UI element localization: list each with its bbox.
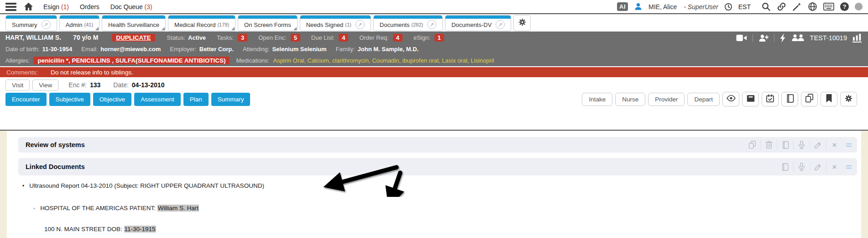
open-enc-badge[interactable]: Open Enc:5: [258, 34, 300, 42]
hamburger-menu-icon[interactable]: [5, 3, 16, 11]
ai-badge[interactable]: AI: [617, 2, 628, 11]
note-panel: Review of systems × Linked Documents: [7, 131, 861, 238]
depart-button[interactable]: Depart: [687, 93, 720, 106]
home-icon[interactable]: [24, 2, 33, 11]
view-button[interactable]: View: [32, 79, 58, 91]
tab-health-surveillance[interactable]: Health Surveillance: [102, 15, 166, 31]
preview-button[interactable]: [722, 92, 739, 106]
copy-icon[interactable]: [744, 140, 760, 150]
encounter-nav-bar: Encounter Subjective Objective Assessmen…: [0, 91, 868, 110]
copy-chart-button[interactable]: [801, 92, 818, 106]
section-review-of-systems[interactable]: Review of systems ×: [18, 137, 857, 153]
medications-label: Medications:: [236, 57, 269, 64]
section-title: Review of systems: [26, 141, 85, 148]
tab-needs-signed[interactable]: Needs Signed (1) ↗: [300, 15, 371, 31]
menu-item-doc-queue[interactable]: Doc Queue (3): [110, 3, 152, 11]
tab-settings-button[interactable]: [513, 15, 531, 31]
duplicate-flag[interactable]: DUPLICATE: [112, 34, 155, 42]
tab-count: (179): [217, 22, 229, 27]
microphone-icon[interactable]: [793, 140, 810, 150]
help-icon[interactable]: ?: [840, 2, 849, 11]
clock-icon[interactable]: [724, 3, 732, 11]
tab-admin[interactable]: Admin (41): [59, 15, 99, 31]
globe-icon[interactable]: [808, 2, 817, 11]
user-icon[interactable]: [634, 2, 643, 11]
comments-text: Do not release info to siblings.: [51, 69, 133, 76]
chart-tab-row: Summary ↗ Admin (41) Health Surveillance…: [0, 15, 868, 32]
nurse-button[interactable]: Nurse: [615, 93, 645, 106]
edit-pencil-icon[interactable]: [810, 140, 826, 150]
visit-button[interactable]: Visit: [5, 79, 30, 91]
tab-count: (41): [84, 22, 93, 27]
section-linked-documents[interactable]: Linked Documents ×: [18, 158, 857, 175]
tab-count: (1): [345, 22, 351, 27]
wand-icon[interactable]: [792, 2, 802, 11]
document-detail-line: 100 N. MAIN STREET DOB: 11-30-1915: [44, 225, 156, 234]
due-list-badge[interactable]: Due List:4: [311, 34, 349, 42]
menu-item-orders[interactable]: Orders: [80, 3, 99, 11]
schedule-button[interactable]: [762, 92, 779, 106]
bullet-icon: ◦: [33, 205, 35, 212]
chart-book-button[interactable]: [781, 92, 798, 106]
close-icon[interactable]: ×: [826, 140, 842, 150]
esign-count: (1): [61, 3, 69, 11]
document-title[interactable]: Ultrasound Report 04-13-2010 (Subject: R…: [29, 182, 264, 189]
people-icon[interactable]: [792, 34, 805, 42]
book-icon[interactable]: [777, 162, 793, 172]
book-icon[interactable]: [777, 140, 793, 150]
patient-header: HART, WILLIAM S. 70 y/o M DUPLICATE Stat…: [0, 32, 868, 66]
flowsheet-chart-icon[interactable]: [852, 33, 862, 42]
bookmark-button[interactable]: [821, 92, 837, 106]
enc-number-value: 133: [90, 81, 100, 89]
nav-subjective-button[interactable]: Subjective: [49, 93, 90, 106]
link-icon[interactable]: [777, 2, 786, 11]
tab-count: (282): [412, 22, 424, 27]
microphone-icon[interactable]: [793, 162, 810, 172]
linked-document-item[interactable]: •Ultrasound Report 04-13-2010 (Subject: …: [22, 181, 264, 190]
archive-button[interactable]: [742, 92, 759, 106]
popout-icon[interactable]: ↗: [356, 20, 365, 29]
tab-documents[interactable]: Documents (282) ↗: [373, 15, 443, 31]
archive-box-icon: [747, 95, 755, 104]
chart-id[interactable]: TEST-10019: [810, 34, 847, 42]
provider-button[interactable]: Provider: [648, 93, 685, 106]
user-name[interactable]: MIE, Alice: [648, 3, 677, 11]
nav-encounter-button[interactable]: Encounter: [5, 93, 47, 106]
status-dot[interactable]: [855, 3, 863, 11]
tab-documents-dv[interactable]: Documents-DV ↗: [445, 15, 511, 31]
tab-summary[interactable]: Summary ↗: [5, 15, 57, 31]
patient-name[interactable]: HART, WILLIAM S.: [5, 34, 61, 41]
lightning-icon[interactable]: [780, 33, 786, 42]
search-icon[interactable]: [761, 2, 771, 11]
tab-medical-record[interactable]: Medical Record (179): [168, 15, 235, 31]
close-icon[interactable]: ×: [826, 162, 842, 172]
edit-pencil-icon[interactable]: [810, 162, 826, 172]
order-req-badge[interactable]: Order Req:4: [359, 34, 403, 42]
nav-assessment-button[interactable]: Assessment: [134, 93, 181, 106]
drag-handle[interactable]: [846, 143, 852, 147]
video-call-icon[interactable]: [736, 34, 747, 42]
menu-item-esign[interactable]: Esign (1): [43, 3, 69, 11]
keyboard-icon[interactable]: [823, 2, 834, 11]
attending-field: Attending:Selenium Selenium: [243, 46, 327, 53]
popout-icon[interactable]: ↗: [42, 20, 51, 29]
nav-plan-button[interactable]: Plan: [183, 93, 209, 106]
book-icon: [786, 94, 794, 105]
intake-button[interactable]: Intake: [582, 93, 612, 106]
trash-icon[interactable]: [760, 140, 777, 150]
enc-number-label: Enc #:: [68, 81, 87, 89]
nav-summary-button[interactable]: Summary: [211, 93, 251, 106]
settings-button[interactable]: [840, 92, 857, 106]
copy-icon: [805, 94, 814, 105]
comments-label: Comments:: [6, 69, 38, 76]
tasks-badge[interactable]: Tasks:3: [217, 34, 247, 42]
esign-badge[interactable]: eSign:1: [413, 34, 444, 42]
nav-objective-button[interactable]: Objective: [93, 93, 131, 106]
medications-value[interactable]: Aspirin Oral, Calcium, clarithromycin, C…: [273, 57, 494, 64]
tab-on-screen-forms[interactable]: On Screen Forms: [238, 15, 298, 31]
allergies-value[interactable]: penicillin *, PENICILLINS , SULFA(SULFON…: [33, 57, 230, 64]
popout-icon[interactable]: ↗: [496, 20, 505, 29]
popout-icon[interactable]: ↗: [427, 20, 436, 29]
add-person-icon[interactable]: [758, 34, 769, 42]
drag-handle[interactable]: [846, 165, 852, 169]
